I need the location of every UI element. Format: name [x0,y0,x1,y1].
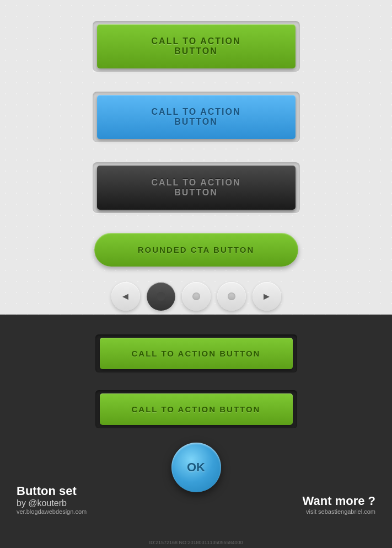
btn-blue-wrapper: CALL TO ACTION BUTTON [93,92,300,142]
btn-inset-2: CALL TO ACTION BUTTON [93,92,300,142]
dot-inner-3 [228,292,235,300]
cta-button-dark-1[interactable]: CALL TO ACTION BUTTON [100,338,293,369]
cta-button-green[interactable]: CALL TO ACTION BUTTON [97,24,296,68]
btn-green-wrapper-1: CALL TO ACTION BUTTON [93,21,300,72]
btn-inset-1: CALL TO ACTION BUTTON [93,21,300,72]
visit-label: visit sebastiengabriel.com [303,508,375,515]
bottom-section: CALL TO ACTION BUTTON CALL TO ACTION BUT… [0,315,392,548]
dot-inner-1 [157,292,165,301]
credit-line3: ver.blogdawebdesign.com [17,508,87,515]
pagination-dot-2[interactable] [182,282,211,311]
credit-line2: by @kouterb [17,498,87,508]
pagination-next[interactable]: ► [253,282,281,311]
btn-black-wrapper: CALL TO ACTION BUTTON [93,162,300,213]
dot-inner-2 [192,292,200,300]
watermark-bottom: ID:21572168 NO:20180311135055584000 [0,540,392,545]
top-section: CALL TO ACTION BUTTON CALL TO ACTION BUT… [0,0,392,315]
want-more-label: Want more ? [303,494,375,508]
btn-dark-wrapper-1: CALL TO ACTION BUTTON [95,334,297,373]
btn-dark-wrapper-2: CALL TO ACTION BUTTON [95,390,297,428]
bottom-right-cta: Want more ? visit sebastiengabriel.com [303,494,375,515]
pagination-controls: ◄ ► [111,282,281,311]
btn-inset-3: CALL TO ACTION BUTTON [93,162,300,213]
cta-button-black[interactable]: CALL TO ACTION BUTTON [97,166,296,210]
btn-rounded-wrapper: ROUNDED CTA BUTTON [94,233,298,267]
cta-button-rounded[interactable]: ROUNDED CTA BUTTON [94,233,298,267]
cta-button-blue[interactable]: CALL TO ACTION BUTTON [97,95,296,139]
ok-button[interactable]: OK [171,443,221,492]
pagination-dot-1[interactable] [147,282,175,311]
next-icon: ► [262,291,272,302]
pagination-prev[interactable]: ◄ [111,282,140,311]
credit-line1: Button set [17,484,87,498]
bottom-left-credits: Button set by @kouterb ver.blogdawebdesi… [17,484,87,515]
cta-button-dark-2[interactable]: CALL TO ACTION BUTTON [100,393,293,425]
prev-icon: ◄ [121,291,131,302]
pagination-dot-3[interactable] [217,282,246,311]
